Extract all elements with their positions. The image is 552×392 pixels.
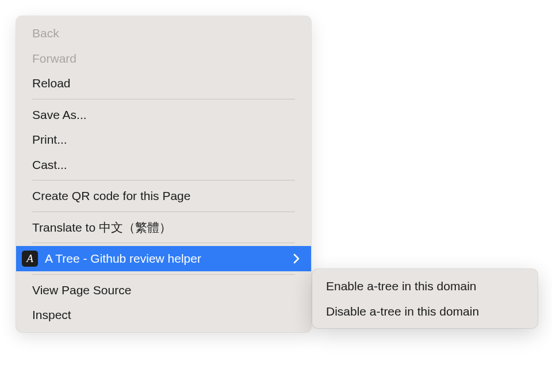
menu-item-label: Save As... (32, 106, 87, 124)
submenu-item-disable[interactable]: Disable a-tree in this domain (312, 299, 538, 324)
menu-item-forward[interactable]: Forward (16, 46, 311, 71)
menu-item-label: Create QR code for this Page (32, 187, 190, 205)
menu-divider (32, 243, 295, 243)
menu-item-label: Translate to 中文（繁體） (32, 218, 171, 237)
menu-item-print[interactable]: Print... (16, 127, 311, 152)
menu-item-label: Reload (32, 74, 71, 93)
a-tree-badge-icon: A (22, 251, 38, 267)
chevron-right-icon (293, 253, 300, 264)
badge-letter: A (26, 253, 33, 264)
menu-item-view-source[interactable]: View Page Source (16, 278, 311, 303)
menu-item-cast[interactable]: Cast... (16, 152, 311, 178)
menu-item-label: A Tree - Github review helper (45, 249, 201, 268)
menu-item-reload[interactable]: Reload (16, 71, 311, 96)
menu-item-label: View Page Source (32, 281, 131, 299)
menu-item-save-as[interactable]: Save As... (16, 102, 311, 128)
menu-item-label: Disable a-tree in this domain (326, 302, 479, 321)
menu-item-label: Enable a-tree in this domain (326, 277, 477, 295)
menu-item-label: Back (32, 24, 59, 43)
menu-divider (32, 99, 295, 99)
menu-item-label: Cast... (32, 156, 67, 174)
menu-item-back[interactable]: Back (16, 21, 311, 46)
menu-item-label: Inspect (32, 306, 71, 324)
menu-item-a-tree[interactable]: A A Tree - Github review helper (16, 246, 311, 271)
menu-item-create-qr[interactable]: Create QR code for this Page (16, 183, 311, 209)
submenu-item-enable[interactable]: Enable a-tree in this domain (312, 274, 538, 299)
menu-divider (32, 274, 295, 275)
menu-item-label: Print... (32, 130, 67, 149)
menu-divider (32, 180, 295, 180)
menu-item-inspect[interactable]: Inspect (16, 302, 311, 328)
menu-item-translate[interactable]: Translate to 中文（繁體） (16, 215, 311, 240)
menu-divider (32, 212, 295, 212)
context-menu: Back Forward Reload Save As... Print... … (16, 16, 311, 332)
menu-item-label: Forward (32, 49, 76, 68)
submenu: Enable a-tree in this domain Disable a-t… (312, 269, 538, 328)
